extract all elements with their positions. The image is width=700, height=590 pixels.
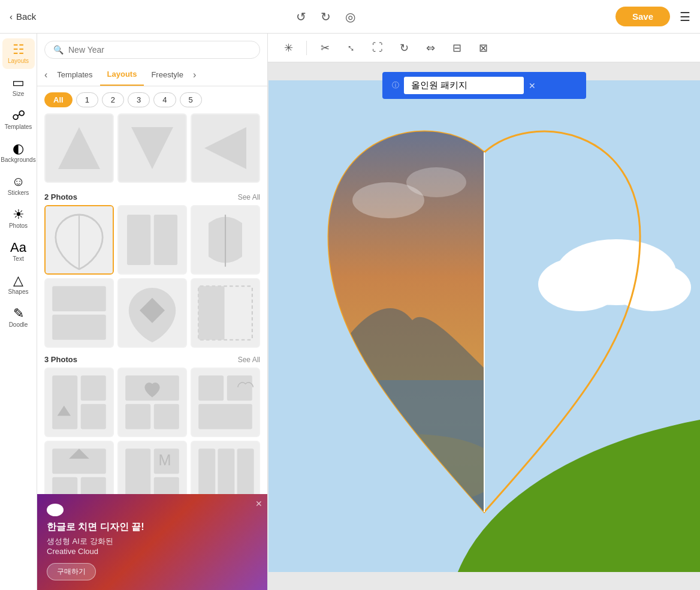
photos-icon: ☀ <box>13 208 25 221</box>
filter-3[interactable]: 3 <box>128 92 150 107</box>
sidebar-item-doodle[interactable]: ✎ Doodle <box>2 302 35 333</box>
ad-text-line1: 한글로 치면 디자인 끝! <box>47 521 144 534</box>
canvas-viewport[interactable]: ⓘ ✕ <box>268 62 700 590</box>
svg-text:M: M <box>159 451 171 468</box>
svg-rect-15 <box>52 315 106 340</box>
toolbar-mirror-icon[interactable]: ⊟ <box>446 37 467 59</box>
canvas-ad-input[interactable] <box>404 77 524 94</box>
layout-thumb-3p-4[interactable] <box>44 441 114 494</box>
sidebar-item-photos[interactable]: ☀ Photos <box>2 203 35 234</box>
canvas-toolbar: ✳ ✂ ↔ ⛶ ↻ ⇔ ⊟ ⊠ <box>268 34 700 62</box>
svg-point-60 <box>538 257 622 311</box>
ad-placeholder-content[interactable]: 한글로 치면 디자인 끝! 생성형 AI로 강화된Creative Cloud … <box>37 494 267 590</box>
layout-thumb-2p-2[interactable] <box>117 205 187 275</box>
filter-4[interactable]: 4 <box>153 92 176 107</box>
layout-thumb-2p-6[interactable] <box>191 278 260 348</box>
layout-thumb-2p-4[interactable] <box>44 278 114 348</box>
layout-thumb-1photo-3[interactable] <box>191 113 260 183</box>
layout-thumb-3p-2[interactable] <box>117 368 187 437</box>
search-icon: 🔍 <box>53 45 64 55</box>
panel-search: 🔍 <box>37 34 267 64</box>
save-button[interactable]: Save <box>615 7 670 26</box>
canvas-ad-info-icon[interactable]: ⓘ <box>392 80 399 91</box>
panel-tabs: ‹ Templates Layouts Freestyle › <box>37 64 267 86</box>
toolbar-flip-h-icon[interactable]: ⇔ <box>420 37 441 59</box>
layout-thumb-2p-5[interactable] <box>117 278 187 348</box>
toolbar-cut-icon[interactable]: ✂ <box>314 37 336 59</box>
text-icon: Aa <box>10 241 26 254</box>
sidebar-item-text[interactable]: Aa Text <box>2 236 35 267</box>
sidebar-item-layouts[interactable]: ☷ Layouts <box>2 38 35 69</box>
sidebar-item-size[interactable]: ▭ Size <box>2 71 35 102</box>
toolbar-rotate-icon[interactable]: ↻ <box>393 37 415 59</box>
shapes-icon: △ <box>13 274 23 287</box>
layout-thumb-3p-5[interactable]: M <box>117 441 187 494</box>
search-input[interactable] <box>68 45 251 55</box>
toolbar-transform-icon[interactable]: ✳ <box>277 37 299 59</box>
filter-1[interactable]: 1 <box>76 92 98 107</box>
toolbar-resize-icon[interactable]: ↔ <box>336 34 367 63</box>
sidebar-item-templates[interactable]: ☍ Templates <box>2 104 35 135</box>
sidebar-item-stickers[interactable]: ☺ Stickers <box>2 170 35 201</box>
undo-icon[interactable]: ↺ <box>296 10 306 24</box>
ad-logo <box>47 504 64 516</box>
heart-svg <box>268 80 700 572</box>
sidebar-item-backgrounds[interactable]: ◐ Backgrounds <box>2 137 35 168</box>
canvas-ad-overlay: ⓘ ✕ <box>382 72 586 99</box>
svg-rect-21 <box>52 375 77 429</box>
top-bar: ‹ Back ↺ ↻ ◎ Save ☰ <box>0 0 700 34</box>
layout-thumb-3p-1[interactable] <box>44 368 114 437</box>
backgrounds-icon: ◐ <box>13 142 24 155</box>
svg-rect-45 <box>218 448 234 494</box>
toolbar-delete-icon[interactable]: ⊠ <box>472 37 494 59</box>
ad-text-line2: 생성형 AI로 강화된Creative Cloud <box>47 536 113 556</box>
svg-rect-30 <box>198 375 224 401</box>
layout-thumb-3p-3[interactable] <box>191 368 260 437</box>
three-photos-grid: M <box>44 368 260 494</box>
svg-rect-35 <box>52 477 77 494</box>
layers-icon[interactable]: ◎ <box>345 10 355 24</box>
svg-rect-46 <box>237 448 254 494</box>
layout-thumb-2p-1[interactable] <box>44 205 114 275</box>
section-3photos-see-all[interactable]: See All <box>238 356 260 364</box>
tab-freestyle[interactable]: Freestyle <box>144 64 190 85</box>
ad-banner: 한글로 치면 디자인 끝! 생성형 AI로 강화된Creative Cloud … <box>37 494 267 590</box>
tab-prev-button[interactable]: ‹ <box>42 67 50 83</box>
svg-rect-23 <box>81 404 106 429</box>
templates-icon: ☍ <box>12 109 25 122</box>
ad-buy-button[interactable]: 구매하기 <box>47 563 96 580</box>
layout-thumb-1photo-1[interactable] <box>44 113 114 183</box>
tab-layouts[interactable]: Layouts <box>100 64 144 86</box>
sidebar-item-shapes[interactable]: △ Shapes <box>2 269 35 300</box>
tab-templates[interactable]: Templates <box>50 64 99 85</box>
svg-rect-14 <box>52 286 106 311</box>
tab-next-button[interactable]: › <box>191 67 198 83</box>
section-2photos-see-all[interactable]: See All <box>238 193 260 201</box>
toolbar-crop-icon[interactable]: ⛶ <box>367 37 388 59</box>
top-bar-center: ↺ ↻ ◎ <box>296 10 355 24</box>
filter-5[interactable]: 5 <box>180 92 202 107</box>
svg-rect-28 <box>154 404 179 429</box>
search-box: 🔍 <box>44 41 260 59</box>
filter-all[interactable]: All <box>44 92 73 107</box>
stickers-icon: ☺ <box>11 175 25 188</box>
svg-rect-10 <box>154 215 177 265</box>
top-bar-right: Save ☰ <box>615 7 690 26</box>
svg-rect-39 <box>125 448 150 494</box>
layout-thumb-3p-6[interactable] <box>191 441 260 494</box>
ad-close-icon[interactable]: ✕ <box>255 499 262 508</box>
layout-thumb-1photo-2[interactable] <box>117 113 187 183</box>
section-3photos-header: 3 Photos See All <box>44 350 260 368</box>
back-button[interactable]: ‹ Back <box>10 11 36 22</box>
filter-2[interactable]: 2 <box>102 92 124 107</box>
panel: 🔍 ‹ Templates Layouts Freestyle › All 1 … <box>37 34 268 590</box>
canvas-ad-close-icon[interactable]: ✕ <box>529 81 536 91</box>
svg-rect-41 <box>154 477 179 494</box>
two-photos-grid <box>44 205 260 348</box>
section-3photos-title: 3 Photos <box>44 355 77 364</box>
redo-icon[interactable]: ↻ <box>321 10 331 24</box>
menu-icon[interactable]: ☰ <box>680 10 690 24</box>
layout-thumb-2p-3[interactable] <box>191 205 260 275</box>
svg-point-61 <box>613 263 691 311</box>
svg-point-64 <box>406 167 466 197</box>
